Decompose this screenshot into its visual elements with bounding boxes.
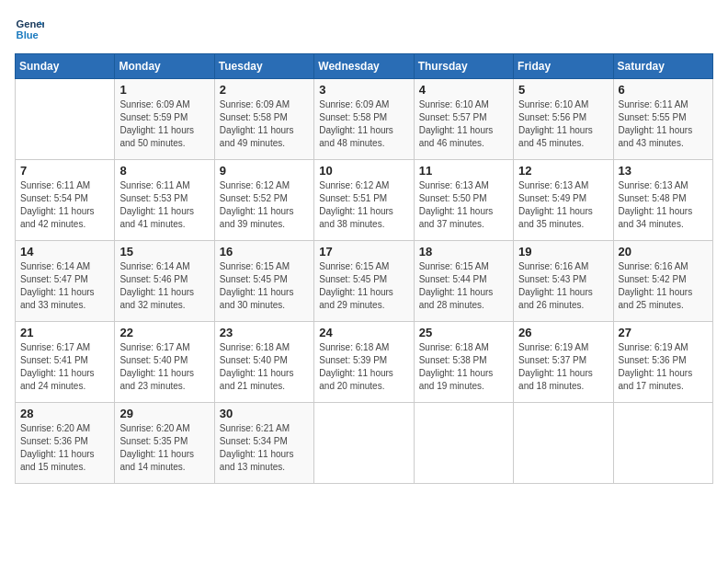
day-number: 17	[319, 245, 408, 259]
calendar-body: 1Sunrise: 6:09 AM Sunset: 5:59 PM Daylig…	[16, 79, 713, 484]
day-info: Sunrise: 6:20 AM Sunset: 5:35 PM Dayligh…	[119, 422, 209, 474]
day-info: Sunrise: 6:19 AM Sunset: 5:36 PM Dayligh…	[619, 341, 708, 393]
header: General Blue	[15, 15, 713, 44]
calendar-cell: 3Sunrise: 6:09 AM Sunset: 5:58 PM Daylig…	[314, 79, 414, 160]
calendar-cell: 7Sunrise: 6:11 AM Sunset: 5:54 PM Daylig…	[16, 160, 115, 241]
calendar-cell	[613, 403, 712, 484]
day-number: 19	[518, 245, 608, 259]
calendar-week-row: 28Sunrise: 6:20 AM Sunset: 5:36 PM Dayli…	[16, 403, 713, 484]
day-number: 9	[220, 164, 309, 178]
calendar-cell: 15Sunrise: 6:14 AM Sunset: 5:46 PM Dayli…	[115, 241, 214, 322]
calendar-cell	[514, 403, 613, 484]
day-info: Sunrise: 6:12 AM Sunset: 5:51 PM Dayligh…	[319, 179, 408, 231]
weekday-header-row: SundayMondayTuesdayWednesdayThursdayFrid…	[16, 54, 713, 79]
day-number: 3	[319, 83, 408, 97]
logo: General Blue	[15, 15, 44, 44]
day-number: 25	[419, 326, 508, 339]
weekday-header-cell: Sunday	[16, 54, 115, 79]
weekday-header-cell: Thursday	[414, 54, 513, 79]
weekday-header-cell: Saturday	[613, 54, 712, 79]
day-info: Sunrise: 6:11 AM Sunset: 5:55 PM Dayligh…	[619, 98, 708, 150]
calendar-cell: 16Sunrise: 6:15 AM Sunset: 5:45 PM Dayli…	[214, 241, 313, 322]
day-number: 13	[619, 164, 708, 178]
calendar-cell: 9Sunrise: 6:12 AM Sunset: 5:52 PM Daylig…	[214, 160, 313, 241]
day-number: 24	[319, 326, 408, 339]
calendar-cell: 2Sunrise: 6:09 AM Sunset: 5:58 PM Daylig…	[214, 79, 313, 160]
calendar-cell: 4Sunrise: 6:10 AM Sunset: 5:57 PM Daylig…	[414, 79, 513, 160]
day-number: 21	[20, 326, 109, 339]
calendar-cell: 5Sunrise: 6:10 AM Sunset: 5:56 PM Daylig…	[514, 79, 613, 160]
day-info: Sunrise: 6:13 AM Sunset: 5:48 PM Dayligh…	[619, 179, 708, 231]
day-info: Sunrise: 6:09 AM Sunset: 5:58 PM Dayligh…	[319, 98, 408, 150]
day-info: Sunrise: 6:20 AM Sunset: 5:36 PM Dayligh…	[20, 422, 109, 474]
day-number: 8	[119, 164, 209, 178]
calendar-cell: 30Sunrise: 6:21 AM Sunset: 5:34 PM Dayli…	[214, 403, 313, 484]
day-number: 18	[419, 245, 508, 259]
day-number: 22	[119, 326, 209, 339]
day-number: 11	[419, 164, 508, 178]
day-number: 15	[119, 245, 209, 259]
day-info: Sunrise: 6:16 AM Sunset: 5:43 PM Dayligh…	[518, 260, 608, 312]
day-info: Sunrise: 6:15 AM Sunset: 5:45 PM Dayligh…	[220, 260, 309, 312]
calendar-cell: 6Sunrise: 6:11 AM Sunset: 5:55 PM Daylig…	[613, 79, 712, 160]
day-info: Sunrise: 6:18 AM Sunset: 5:38 PM Dayligh…	[419, 341, 508, 393]
weekday-header-cell: Wednesday	[314, 54, 414, 79]
calendar-cell: 23Sunrise: 6:18 AM Sunset: 5:40 PM Dayli…	[214, 322, 313, 403]
day-info: Sunrise: 6:21 AM Sunset: 5:34 PM Dayligh…	[220, 422, 309, 474]
day-info: Sunrise: 6:15 AM Sunset: 5:44 PM Dayligh…	[419, 260, 508, 312]
day-info: Sunrise: 6:15 AM Sunset: 5:45 PM Dayligh…	[319, 260, 408, 312]
logo-icon: General Blue	[15, 15, 44, 44]
calendar-cell: 10Sunrise: 6:12 AM Sunset: 5:51 PM Dayli…	[314, 160, 414, 241]
weekday-header-cell: Monday	[115, 54, 214, 79]
day-number: 4	[419, 83, 508, 97]
weekday-header-cell: Friday	[514, 54, 613, 79]
day-info: Sunrise: 6:16 AM Sunset: 5:42 PM Dayligh…	[619, 260, 708, 312]
svg-text:Blue: Blue	[17, 29, 39, 40]
day-number: 7	[20, 164, 109, 178]
calendar-cell: 19Sunrise: 6:16 AM Sunset: 5:43 PM Dayli…	[514, 241, 613, 322]
day-info: Sunrise: 6:13 AM Sunset: 5:49 PM Dayligh…	[518, 179, 608, 231]
calendar-week-row: 21Sunrise: 6:17 AM Sunset: 5:41 PM Dayli…	[16, 322, 713, 403]
day-info: Sunrise: 6:09 AM Sunset: 5:59 PM Dayligh…	[119, 98, 209, 150]
day-info: Sunrise: 6:11 AM Sunset: 5:53 PM Dayligh…	[119, 179, 209, 231]
day-number: 5	[518, 83, 608, 97]
calendar-cell: 27Sunrise: 6:19 AM Sunset: 5:36 PM Dayli…	[613, 322, 712, 403]
day-info: Sunrise: 6:10 AM Sunset: 5:56 PM Dayligh…	[518, 98, 608, 150]
calendar-cell: 24Sunrise: 6:18 AM Sunset: 5:39 PM Dayli…	[314, 322, 414, 403]
day-info: Sunrise: 6:14 AM Sunset: 5:46 PM Dayligh…	[119, 260, 209, 312]
day-info: Sunrise: 6:12 AM Sunset: 5:52 PM Dayligh…	[220, 179, 309, 231]
day-number: 20	[619, 245, 708, 259]
calendar-cell: 26Sunrise: 6:19 AM Sunset: 5:37 PM Dayli…	[514, 322, 613, 403]
day-info: Sunrise: 6:17 AM Sunset: 5:40 PM Dayligh…	[119, 341, 209, 393]
day-number: 6	[619, 83, 708, 97]
calendar-cell	[314, 403, 414, 484]
day-info: Sunrise: 6:14 AM Sunset: 5:47 PM Dayligh…	[20, 260, 109, 312]
calendar-cell: 28Sunrise: 6:20 AM Sunset: 5:36 PM Dayli…	[16, 403, 115, 484]
calendar-cell: 17Sunrise: 6:15 AM Sunset: 5:45 PM Dayli…	[314, 241, 414, 322]
calendar-cell: 22Sunrise: 6:17 AM Sunset: 5:40 PM Dayli…	[115, 322, 214, 403]
day-number: 1	[119, 83, 209, 97]
calendar-cell	[16, 79, 115, 160]
day-info: Sunrise: 6:11 AM Sunset: 5:54 PM Dayligh…	[20, 179, 109, 231]
calendar-cell: 12Sunrise: 6:13 AM Sunset: 5:49 PM Dayli…	[514, 160, 613, 241]
day-info: Sunrise: 6:09 AM Sunset: 5:58 PM Dayligh…	[220, 98, 309, 150]
day-number: 30	[220, 407, 309, 420]
day-number: 29	[119, 407, 209, 420]
day-number: 28	[20, 407, 109, 420]
day-number: 16	[220, 245, 309, 259]
calendar-table: SundayMondayTuesdayWednesdayThursdayFrid…	[15, 53, 713, 484]
calendar-cell: 18Sunrise: 6:15 AM Sunset: 5:44 PM Dayli…	[414, 241, 513, 322]
day-number: 14	[20, 245, 109, 259]
calendar-cell: 8Sunrise: 6:11 AM Sunset: 5:53 PM Daylig…	[115, 160, 214, 241]
calendar-cell: 14Sunrise: 6:14 AM Sunset: 5:47 PM Dayli…	[16, 241, 115, 322]
day-number: 26	[518, 326, 608, 339]
calendar-week-row: 1Sunrise: 6:09 AM Sunset: 5:59 PM Daylig…	[16, 79, 713, 160]
day-info: Sunrise: 6:13 AM Sunset: 5:50 PM Dayligh…	[419, 179, 508, 231]
calendar-week-row: 14Sunrise: 6:14 AM Sunset: 5:47 PM Dayli…	[16, 241, 713, 322]
calendar-cell: 25Sunrise: 6:18 AM Sunset: 5:38 PM Dayli…	[414, 322, 513, 403]
calendar-cell: 21Sunrise: 6:17 AM Sunset: 5:41 PM Dayli…	[16, 322, 115, 403]
day-info: Sunrise: 6:18 AM Sunset: 5:39 PM Dayligh…	[319, 341, 408, 393]
day-number: 2	[220, 83, 309, 97]
day-number: 27	[619, 326, 708, 339]
calendar-cell: 20Sunrise: 6:16 AM Sunset: 5:42 PM Dayli…	[613, 241, 712, 322]
